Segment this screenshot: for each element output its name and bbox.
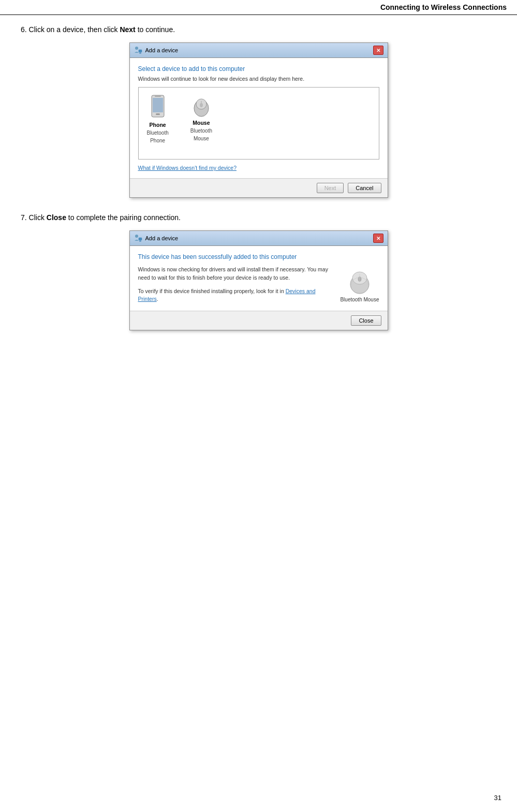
dialog2-content: This device has been successfully added …	[130, 246, 388, 311]
device-item-phone[interactable]: Phone Bluetooth Phone	[144, 93, 172, 146]
dialog2-close-button[interactable]: ✕	[373, 234, 383, 243]
dialog2-para2-suffix: .	[157, 296, 158, 302]
svg-rect-6	[156, 113, 160, 115]
dialog2-para1: Windows is now checking for drivers and …	[138, 266, 332, 282]
svg-rect-13	[139, 238, 142, 240]
device-item-mouse[interactable]: Mouse Bluetooth Mouse	[187, 93, 215, 143]
page-number: 31	[494, 794, 501, 802]
device-phone-sub2: Phone	[150, 138, 165, 143]
svg-rect-1	[139, 50, 142, 52]
dialog1-content: Select a device to add to this computer …	[130, 58, 388, 178]
dialog2-close-btn[interactable]: Close	[351, 315, 381, 326]
dialog2-titlebar-text: Add a device	[145, 235, 179, 241]
step6-prefix: 6. Click on a device, then click	[21, 25, 120, 34]
dialog1-cancel-button[interactable]: Cancel	[348, 183, 381, 193]
page-title: Connecting to Wireless Connections	[380, 3, 507, 11]
dialog2-device-label: Bluetooth Mouse	[340, 297, 379, 302]
dialog1-wrapper: Add a device ✕ Select a device to add to…	[21, 42, 496, 198]
step7-suffix: to complete the pairing connection.	[66, 213, 181, 222]
mouse-icon	[191, 95, 212, 118]
add-device-icon2	[134, 234, 142, 242]
dialog2-para2-prefix: To verify if this device finished instal…	[138, 288, 286, 294]
dialog1-titlebar: Add a device ✕	[130, 43, 388, 58]
dialog2-para2: To verify if this device finished instal…	[138, 287, 332, 304]
svg-point-0	[135, 47, 138, 50]
device-mouse-sub1: Bluetooth	[190, 128, 212, 134]
add-device-icon	[134, 46, 142, 54]
dialog2-wrapper: Add a device ✕ This device has been succ…	[21, 230, 496, 330]
phone-icon	[149, 95, 167, 120]
dialog1-subtitle: Windows will continue to look for new de…	[138, 76, 379, 82]
step7-bold: Close	[47, 213, 66, 222]
dialog1-next-button[interactable]: Next	[317, 183, 344, 193]
dialog1-close-button[interactable]: ✕	[373, 46, 383, 55]
dialog1-footer: Next Cancel	[130, 178, 388, 197]
step7-prefix: 7. Click	[21, 213, 47, 222]
step7-instruction: 7. Click Close to complete the pairing c…	[21, 212, 496, 223]
dialog2-device-block: Bluetooth Mouse	[340, 266, 379, 302]
device-phone-name: Phone	[150, 122, 166, 128]
dialog2: Add a device ✕ This device has been succ…	[129, 230, 388, 330]
svg-rect-7	[155, 96, 161, 97]
dialog1: Add a device ✕ Select a device to add to…	[129, 42, 388, 198]
dialog1-titlebar-text: Add a device	[145, 47, 179, 53]
main-content: 6. Click on a device, then click Next to…	[0, 24, 517, 330]
dialog1-section-title: Select a device to add to this computer	[138, 65, 379, 72]
svg-point-11	[200, 103, 203, 107]
step6-suffix: to continue.	[136, 25, 175, 34]
dialog1-what-if-link[interactable]: What if Windows doesn't find my device?	[138, 165, 237, 171]
svg-rect-5	[153, 98, 163, 112]
dialog2-titlebar-left: Add a device	[134, 234, 179, 242]
device-phone-sub1: Bluetooth	[147, 130, 169, 136]
page-header: Connecting to Wireless Connections	[0, 0, 517, 15]
dialog2-success-body: Windows is now checking for drivers and …	[138, 266, 379, 303]
svg-point-12	[135, 235, 138, 238]
dialog2-footer: Close	[130, 311, 388, 330]
dialog1-device-listbox: Phone Bluetooth Phone Mouse Blue	[138, 87, 379, 160]
dialog2-titlebar: Add a device ✕	[130, 231, 388, 246]
dialog2-success-title: This device has been successfully added …	[138, 253, 379, 260]
device-mouse-sub2: Mouse	[194, 136, 209, 141]
dialog2-text-block: Windows is now checking for drivers and …	[138, 266, 332, 303]
bluetooth-mouse-icon	[344, 266, 375, 295]
step6-bold: Next	[120, 25, 135, 34]
dialog1-titlebar-left: Add a device	[134, 46, 179, 54]
step6-instruction: 6. Click on a device, then click Next to…	[21, 24, 496, 35]
device-mouse-name: Mouse	[193, 120, 210, 126]
